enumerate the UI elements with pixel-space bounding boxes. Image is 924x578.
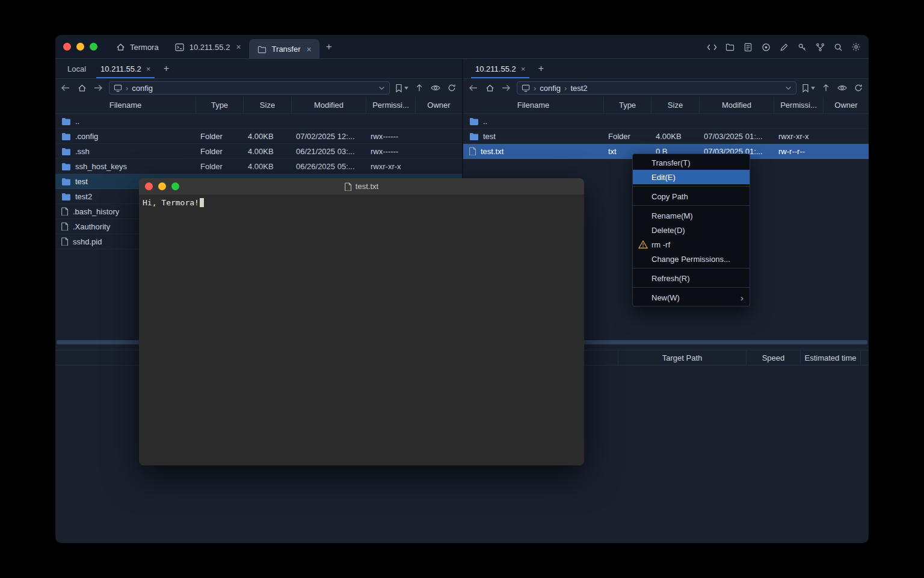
close-tab-icon[interactable]: × <box>236 42 241 52</box>
type-cell: Folder <box>196 144 243 158</box>
menu-item[interactable]: Change Permissions... <box>633 252 750 266</box>
permissions-cell: rwxr-xr-x <box>366 159 415 173</box>
right-path-crumbs: ›config›test2 <box>534 84 588 93</box>
home-button[interactable] <box>76 82 87 93</box>
menu-separator <box>633 205 750 206</box>
show-hidden-button[interactable] <box>837 82 848 93</box>
record-icon[interactable] <box>760 42 771 52</box>
file-row[interactable]: .configFolder4.00KB07/02/2025 12:...rwx-… <box>55 129 462 144</box>
pencil-icon[interactable] <box>778 42 789 52</box>
tab-host-10-211-55-2[interactable]: 10.211.55.2 × <box>167 35 249 59</box>
modified-cell <box>699 114 774 128</box>
tab-label: Termora <box>130 43 159 52</box>
tab-label: Transfer <box>272 45 301 54</box>
column-header-type[interactable]: Type <box>603 97 651 113</box>
column-header-type[interactable]: Type <box>196 97 243 113</box>
parent-directory-button[interactable] <box>414 82 425 93</box>
tab-termora[interactable]: Termora <box>107 35 167 59</box>
right-panel-tab-bar: 10.211.55.2 × + <box>463 59 869 79</box>
column-header-permissions[interactable]: Permissi... <box>774 97 823 113</box>
bookmark-button[interactable] <box>395 84 408 93</box>
code-icon[interactable] <box>706 42 717 52</box>
column-header-size[interactable]: Size <box>651 97 699 113</box>
editor-text-area[interactable]: Hi, Termora! <box>139 194 584 465</box>
chevron-down-icon[interactable] <box>785 86 792 90</box>
close-tab-icon[interactable]: × <box>307 45 312 54</box>
path-crumb[interactable]: test2 <box>570 84 587 93</box>
caret-down-icon <box>404 87 408 90</box>
tab-remote-10-211-55-2[interactable]: 10.211.55.2 × <box>468 59 532 78</box>
file-row[interactable]: testFolder4.00KB07/03/2025 01:...rwxr-xr… <box>463 129 869 144</box>
new-panel-tab-button[interactable]: + <box>532 59 549 78</box>
maximize-editor-button[interactable] <box>171 182 179 190</box>
settings-icon[interactable] <box>851 42 861 52</box>
column-header-speed[interactable]: Speed <box>746 350 800 365</box>
file-row[interactable]: .sshFolder4.00KB06/21/2025 03:...rwx----… <box>55 144 462 159</box>
home-icon <box>115 42 126 52</box>
file-row[interactable]: ssh_host_keysFolder4.00KB06/26/2025 05:.… <box>55 159 462 174</box>
forward-button[interactable] <box>93 82 103 93</box>
file-row[interactable]: .. <box>463 114 869 129</box>
close-tab-icon[interactable]: × <box>521 64 526 73</box>
home-button[interactable] <box>484 82 495 93</box>
back-button[interactable] <box>468 82 479 93</box>
column-header-owner[interactable]: Owner <box>415 97 462 113</box>
menu-item[interactable]: Rename(M) <box>633 208 750 223</box>
menu-item[interactable]: Delete(D) <box>633 223 750 237</box>
left-path-field[interactable]: ›config <box>109 81 390 95</box>
refresh-button[interactable] <box>853 82 864 93</box>
column-header-modified[interactable]: Modified <box>291 97 366 113</box>
minimize-window-button[interactable] <box>76 43 84 51</box>
tab-transfer[interactable]: Transfer × <box>249 39 319 59</box>
path-crumb[interactable]: config <box>132 84 153 93</box>
git-branch-icon[interactable] <box>815 42 825 52</box>
editor-titlebar[interactable]: test.txt <box>139 178 584 194</box>
menu-item[interactable]: Refresh(R) <box>633 271 750 285</box>
key-icon[interactable] <box>796 42 807 52</box>
menu-item[interactable]: Transfer(T) <box>633 155 750 170</box>
tab-local[interactable]: Local <box>60 59 93 78</box>
column-header-owner[interactable]: Owner <box>823 97 869 113</box>
menu-item[interactable]: rm -rf <box>633 237 750 252</box>
column-header-filename[interactable]: Filename <box>55 97 196 113</box>
column-header-filename[interactable]: Filename <box>463 97 603 113</box>
tab-remote-10-211-55-2[interactable]: 10.211.55.2 × <box>93 59 158 78</box>
file-icon <box>61 207 69 216</box>
bookmark-button[interactable] <box>802 84 815 93</box>
parent-directory-button[interactable] <box>821 82 831 93</box>
column-header-permissions[interactable]: Permissi... <box>366 97 415 113</box>
column-header-size[interactable]: Size <box>243 97 291 113</box>
path-crumb[interactable]: config <box>540 84 561 93</box>
minimize-editor-button[interactable] <box>158 182 166 190</box>
menu-item[interactable]: Copy Path <box>633 189 750 204</box>
search-icon[interactable] <box>833 42 843 52</box>
show-hidden-button[interactable] <box>430 82 441 93</box>
back-button[interactable] <box>60 82 71 93</box>
column-header-target-path[interactable]: Target Path <box>618 350 746 365</box>
folder-icon <box>61 148 71 155</box>
right-path-field[interactable]: ›config›test2 <box>517 81 796 95</box>
left-toolbar: ›config <box>55 79 462 97</box>
computer-icon <box>114 84 122 92</box>
new-panel-tab-button[interactable]: + <box>158 59 174 78</box>
close-window-button[interactable] <box>63 43 71 51</box>
file-row[interactable]: .. <box>55 114 462 129</box>
tab-label: 10.211.55.2 <box>189 43 230 52</box>
column-header-estimated-time[interactable]: Estimated time <box>800 350 860 365</box>
menu-item[interactable]: New(W)› <box>633 290 750 305</box>
folder-icon[interactable] <box>724 42 735 52</box>
owner-cell <box>415 114 462 128</box>
chevron-down-icon[interactable] <box>378 86 385 90</box>
menu-item-label: Refresh(R) <box>651 274 690 283</box>
column-header-modified[interactable]: Modified <box>699 97 774 113</box>
close-tab-icon[interactable]: × <box>146 64 151 73</box>
menu-item[interactable]: Edit(E) <box>633 170 750 184</box>
filename: .ssh <box>75 147 90 156</box>
new-tab-button[interactable]: + <box>319 35 339 59</box>
close-editor-button[interactable] <box>145 182 153 190</box>
document-list-icon[interactable] <box>742 42 753 52</box>
refresh-button[interactable] <box>446 82 457 93</box>
permissions-cell: rw-r--r-- <box>774 144 823 158</box>
maximize-window-button[interactable] <box>90 43 97 51</box>
forward-button[interactable] <box>500 82 511 93</box>
